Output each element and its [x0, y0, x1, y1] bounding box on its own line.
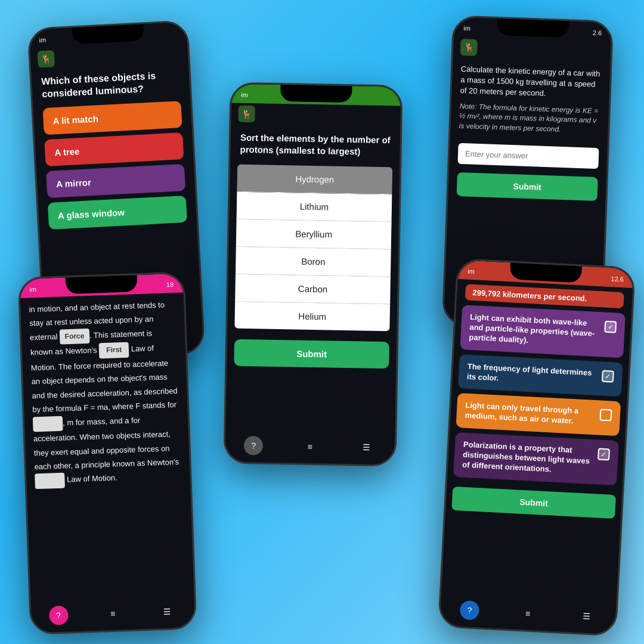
bottom-nav-5: ? ≡ ☰ — [439, 596, 616, 634]
status-left-2: im — [241, 91, 248, 98]
nav-bar-2[interactable]: ≡ — [301, 437, 320, 457]
status-left-3: im — [463, 24, 470, 32]
checkbox-frequency[interactable]: ✓ — [602, 370, 614, 382]
element-beryllium[interactable]: Beryllium — [236, 219, 392, 250]
nav-list-5[interactable]: ☰ — [576, 606, 596, 627]
notch-4 — [66, 275, 138, 294]
app-logo-2: 🦌 — [238, 106, 255, 122]
nav-help-5[interactable]: ? — [460, 600, 480, 621]
element-hydrogen[interactable]: Hydrogen — [237, 165, 392, 195]
answer-glass-window[interactable]: A glass window — [48, 196, 187, 230]
light-item-polarization[interactable]: Polarization is a property that distingu… — [453, 432, 619, 485]
blank-force[interactable]: Force — [60, 329, 90, 345]
nav-help-2[interactable]: ? — [244, 436, 264, 456]
blank-first[interactable]: First — [99, 342, 129, 358]
light-item-frequency[interactable]: The frequency of light determines its co… — [458, 354, 623, 397]
speed-value: 299,792 kilometers per second. — [472, 288, 587, 303]
status-left-5: im — [467, 268, 475, 275]
nav-bar-5[interactable]: ≡ — [518, 603, 538, 624]
sort-question: Sort the elements by the number of proto… — [230, 125, 400, 163]
status-right-5: 12.6 — [611, 275, 624, 283]
blank-third[interactable] — [35, 473, 65, 489]
light-items: Light can exhibit both wave-like and par… — [447, 305, 631, 486]
status-right-4: 18 — [166, 281, 174, 288]
element-lithium[interactable]: Lithium — [237, 192, 392, 222]
question-area-1: Which of these objects is considered lum… — [31, 62, 197, 239]
speed-highlight: 299,792 kilometers per second. — [465, 284, 624, 308]
phone-sort-elements: im 🦌 Sort the elements by the number of … — [223, 82, 402, 467]
newton-para-1: in motion, and an object at rest tends t… — [29, 298, 182, 489]
light-item-medium-text: Light can only travel through a medium, … — [465, 401, 595, 428]
status-right-3: 2.6 — [593, 29, 602, 37]
checkbox-medium[interactable] — [599, 409, 612, 422]
submit-kinetic[interactable]: Submit — [457, 172, 598, 201]
kinetic-question-text: Calculate the kinetic energy of a car wi… — [460, 64, 602, 101]
light-item-polarization-text: Polarization is a property that distingu… — [462, 440, 593, 477]
notch-3 — [497, 18, 569, 38]
app-logo-1: 🦌 — [38, 50, 55, 67]
status-left-1: im — [39, 36, 46, 44]
kinetic-question: Calculate the kinetic energy of a car wi… — [450, 58, 610, 143]
answer-tree[interactable]: A tree — [44, 132, 184, 166]
question-text-1: Which of these objects is considered lum… — [41, 69, 181, 101]
element-helium[interactable]: Helium — [234, 302, 390, 332]
sort-list: Hydrogen Lithium Beryllium Boron Carbon … — [234, 165, 392, 331]
notch-2 — [280, 85, 352, 103]
fill-in-text: in motion, and an object at rest tends t… — [20, 292, 190, 494]
submit-light[interactable]: Submit — [451, 487, 616, 519]
checkbox-polarization[interactable]: ✓ — [597, 448, 610, 461]
phone-newtons-law: im 18 in motion, and an object at rest t… — [18, 271, 197, 634]
element-boron[interactable]: Boron — [236, 247, 391, 277]
blank-force2[interactable] — [33, 416, 63, 432]
phone-light-properties: im 12.6 299,792 kilometers per second. L… — [438, 258, 636, 637]
app-header-2: 🦌 — [231, 103, 401, 128]
nav-list-2[interactable]: ☰ — [357, 438, 376, 457]
answer-mirror[interactable]: A mirror — [46, 164, 185, 198]
app-logo-3: 🦌 — [460, 39, 478, 56]
bottom-nav-4: ? ≡ ☰ — [31, 597, 196, 633]
submit-sort[interactable]: Submit — [234, 339, 389, 369]
kinetic-note: Note: The formula for kinetic energy is … — [459, 101, 600, 137]
nav-list-4[interactable]: ☰ — [157, 602, 177, 621]
kinetic-answer-input[interactable] — [457, 143, 599, 169]
nav-help-4[interactable]: ? — [49, 605, 69, 625]
light-item-medium[interactable]: Light can only travel through a medium, … — [456, 393, 621, 436]
checkbox-wave-particle[interactable]: ✓ — [604, 321, 617, 333]
status-left-4: im — [29, 286, 36, 293]
element-carbon[interactable]: Carbon — [235, 274, 391, 305]
light-item-wave-particle[interactable]: Light can exhibit both wave-like and par… — [460, 305, 626, 358]
light-item-wave-particle-text: Light can exhibit both wave-like and par… — [469, 312, 600, 349]
light-item-frequency-text: The frequency of light determines its co… — [467, 361, 597, 388]
nav-bar-4[interactable]: ≡ — [103, 603, 123, 623]
answer-lit-match[interactable]: A lit match — [43, 101, 182, 135]
bottom-nav-2: ? ≡ ☰ — [225, 432, 395, 465]
